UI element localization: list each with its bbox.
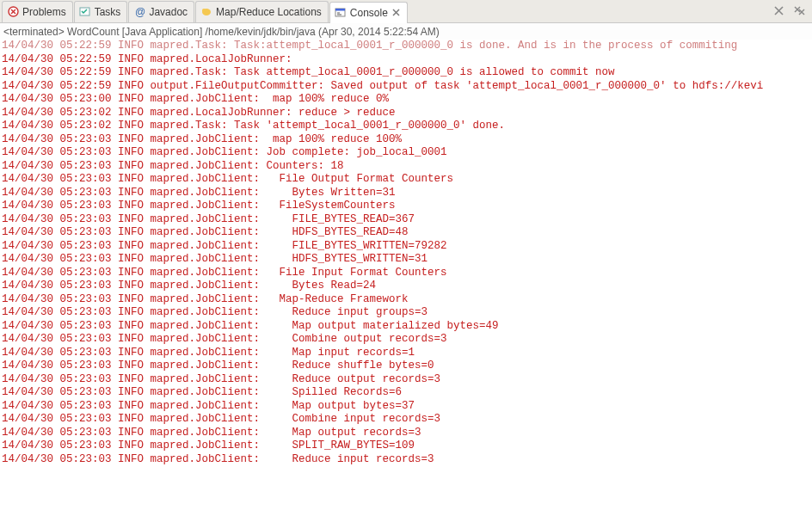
console-line: 14/04/30 05:23:03 INFO mapred.JobClient:… — [2, 187, 810, 200]
console-line: 14/04/30 05:23:03 INFO mapred.JobClient:… — [2, 200, 810, 213]
svg-rect-8 — [335, 9, 345, 11]
console-line: 14/04/30 05:23:03 INFO mapred.JobClient:… — [2, 240, 810, 254]
console-line: 14/04/30 05:23:00 INFO mapred.JobClient:… — [2, 93, 810, 107]
console-line: 14/04/30 05:23:03 INFO mapred.JobClient:… — [2, 146, 810, 160]
svg-text:@: @ — [135, 6, 145, 17]
tab-label: Tasks — [95, 6, 121, 18]
tab-tasks[interactable]: Tasks — [74, 1, 128, 22]
console-line: 14/04/30 05:22:59 INFO output.FileOutput… — [2, 80, 810, 94]
console-icon — [335, 7, 347, 19]
checklist-icon — [79, 6, 91, 18]
console-line: 14/04/30 05:23:03 INFO mapred.JobClient:… — [2, 400, 810, 414]
console-line: 14/04/30 05:22:59 INFO mapred.LocalJobRu… — [2, 53, 810, 67]
tab-label: Map/Reduce Locations — [216, 6, 322, 18]
console-line: 14/04/30 05:23:03 INFO mapred.JobClient:… — [2, 226, 810, 240]
tab-label: Javadoc — [149, 6, 188, 18]
remove-all-icon[interactable] — [793, 4, 807, 18]
tab-javadoc[interactable]: @ Javadoc — [128, 1, 194, 22]
console-status-line: <terminated> WordCount [Java Application… — [0, 23, 812, 40]
console-line: 14/04/30 05:22:59 INFO mapred.Task: Task… — [2, 40, 810, 53]
console-line: 14/04/30 05:23:02 INFO mapred.LocalJobRu… — [2, 107, 810, 120]
console-line: 14/04/30 05:23:03 INFO mapred.JobClient:… — [2, 386, 810, 400]
tab-bar-tools — [772, 4, 812, 18]
console-line: 14/04/30 05:23:03 INFO mapred.JobClient:… — [2, 320, 810, 334]
console-line: 14/04/30 05:23:03 INFO mapred.JobClient:… — [2, 293, 810, 307]
console-line: 14/04/30 05:23:03 INFO mapred.JobClient:… — [2, 213, 810, 227]
tab-problems[interactable]: Problems — [2, 1, 73, 22]
at-icon: @ — [133, 6, 145, 18]
console-line: 14/04/30 05:23:03 INFO mapred.JobClient:… — [2, 306, 810, 320]
close-icon[interactable] — [392, 9, 401, 17]
console-line: 14/04/30 05:23:03 INFO mapred.JobClient:… — [2, 347, 810, 360]
console-output[interactable]: 14/04/30 05:22:59 INFO mapred.Task: Task… — [0, 40, 812, 510]
tab-console[interactable]: Console — [329, 2, 408, 23]
console-line: 14/04/30 05:23:03 INFO mapred.JobClient:… — [2, 173, 810, 187]
console-line: 14/04/30 05:23:03 INFO mapred.JobClient:… — [2, 267, 810, 280]
view-tab-bar: Problems Tasks @ Javadoc Map/Reduce Loca… — [0, 0, 812, 23]
tab-label: Console — [350, 7, 388, 19]
console-line: 14/04/30 05:23:03 INFO mapred.JobClient:… — [2, 413, 810, 427]
console-line: 14/04/30 05:23:03 INFO mapred.JobClient:… — [2, 280, 810, 293]
console-line: 14/04/30 05:23:02 INFO mapred.Task: Task… — [2, 120, 810, 133]
elephant-icon — [200, 6, 212, 18]
console-line: 14/04/30 05:23:03 INFO mapred.JobClient:… — [2, 427, 810, 440]
console-line: 14/04/30 05:23:03 INFO mapred.JobClient:… — [2, 253, 810, 267]
console-line: 14/04/30 05:23:03 INFO mapred.JobClient:… — [2, 333, 810, 347]
console-line: 14/04/30 05:22:59 INFO mapred.Task: Task… — [2, 66, 810, 80]
remove-launch-icon[interactable] — [772, 4, 786, 18]
console-line: 14/04/30 05:23:03 INFO mapred.JobClient:… — [2, 359, 810, 373]
console-line: 14/04/30 05:23:03 INFO mapred.JobClient:… — [2, 160, 810, 174]
svg-point-6 — [202, 9, 206, 12]
tab-mapreduce-locations[interactable]: Map/Reduce Locations — [195, 1, 329, 22]
tab-label: Problems — [22, 6, 66, 18]
console-line: 14/04/30 05:23:03 INFO mapred.JobClient:… — [2, 373, 810, 387]
console-line: 14/04/30 05:23:03 INFO mapred.JobClient:… — [2, 453, 810, 467]
console-line: 14/04/30 05:23:03 INFO mapred.JobClient:… — [2, 133, 810, 147]
console-line: 14/04/30 05:23:03 INFO mapred.JobClient:… — [2, 439, 810, 453]
error-icon — [7, 6, 19, 18]
